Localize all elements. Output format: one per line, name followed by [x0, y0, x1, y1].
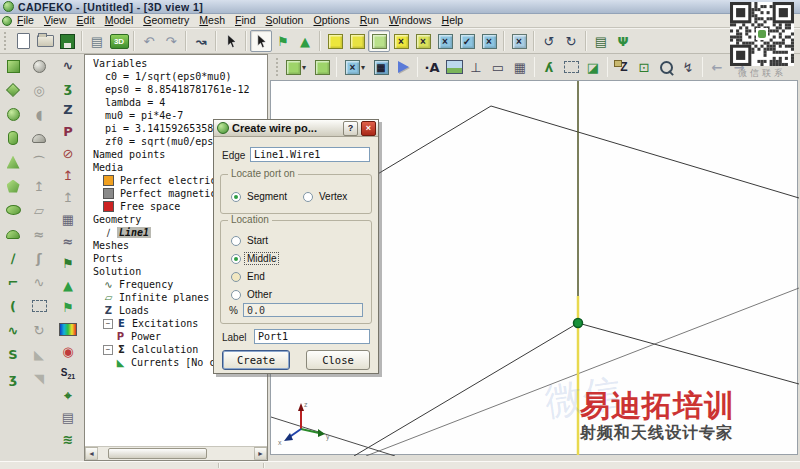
rotate-right-button[interactable]: ↻: [560, 30, 582, 52]
scroll-right-icon[interactable]: ►: [254, 447, 267, 460]
tree-item-eps0-8-85418781761e-12[interactable]: eps0 = 8.85418781761e-12: [85, 83, 267, 96]
create-flare-button[interactable]: [2, 79, 24, 101]
view-3d-button[interactable]: 3D: [108, 30, 130, 52]
menu-geometry[interactable]: Geometry: [138, 14, 194, 27]
menu-file[interactable]: File: [12, 14, 39, 27]
tree-horizontal-scrollbar[interactable]: ◄ ►: [85, 446, 267, 460]
open-model-button[interactable]: [34, 30, 56, 52]
project-tool-button[interactable]: [28, 295, 50, 317]
menu-view[interactable]: View: [39, 14, 72, 27]
sweep-tool-button[interactable]: ▱: [28, 199, 50, 221]
scroll-left-icon[interactable]: ◄: [85, 447, 98, 460]
title-bar[interactable]: CADFEKO - [Untitled] - [3D view 1]: [0, 0, 800, 14]
view-back-button[interactable]: ←: [706, 56, 728, 78]
loft-tool-button[interactable]: ≈: [28, 223, 50, 245]
rotate-left-button[interactable]: ↺: [538, 30, 560, 52]
port-tool-button[interactable]: ⚑: [57, 252, 79, 274]
delete-geometry-dropdown-icon[interactable]: ▾: [361, 63, 365, 72]
menu-model[interactable]: Model: [100, 14, 139, 27]
walk-mode-button[interactable]: ʎ: [538, 56, 560, 78]
new-model-button[interactable]: [12, 30, 34, 52]
raise-plane-button[interactable]: ↥: [57, 186, 79, 208]
lock-z-button[interactable]: Z: [611, 56, 633, 78]
radio-circle-segment[interactable]: [231, 192, 241, 202]
port-marker[interactable]: [574, 319, 583, 328]
raise-axis-button[interactable]: ↥: [57, 164, 79, 186]
menu-help[interactable]: Help: [437, 14, 469, 27]
edge-input[interactable]: Line1.Wire1: [250, 147, 370, 162]
scale-tool-button[interactable]: ◥: [28, 367, 50, 389]
menu-mesh[interactable]: Mesh: [194, 14, 230, 27]
create-cuboid-button[interactable]: [2, 55, 24, 77]
coil-tool-button[interactable]: ʒ: [57, 76, 79, 98]
tree-item-c0-1-sqrt-eps0-mu0[interactable]: c0 = 1/sqrt(eps0*mu0): [85, 70, 267, 83]
menu-windows[interactable]: Windows: [384, 14, 437, 27]
tree-expander-icon[interactable]: −: [103, 319, 113, 329]
create-polygon-button[interactable]: [2, 175, 24, 197]
add-power-button[interactable]: P: [57, 120, 79, 142]
create-helix-button[interactable]: ʒ: [2, 367, 24, 389]
feko-solver-button[interactable]: Ψ: [612, 30, 634, 52]
no-source-button[interactable]: ⊘: [57, 142, 79, 164]
help-button[interactable]: ?: [343, 121, 358, 136]
hook-tool-button[interactable]: ⌒: [28, 151, 50, 173]
redo-button[interactable]: ↷: [160, 30, 182, 52]
extrude-tool-button[interactable]: ↥: [28, 175, 50, 197]
radio-circle-vertex[interactable]: [303, 192, 313, 202]
create-cylinder-button[interactable]: [2, 127, 24, 149]
dialog-title-bar[interactable]: Create wire po... ? ×: [214, 120, 378, 137]
zoom-to-point-button[interactable]: [392, 56, 414, 78]
scrollbar-thumb[interactable]: [108, 448, 207, 459]
axes-toggle-button[interactable]: ⊥: [465, 56, 487, 78]
split-button[interactable]: ×: [390, 30, 412, 52]
colormap-tool-button[interactable]: [57, 318, 79, 340]
port-label-input[interactable]: Port1: [254, 329, 370, 344]
spin-copy-button[interactable]: ×: [508, 30, 530, 52]
rotate-copy-tool-button[interactable]: ↻: [28, 319, 50, 341]
radio-other[interactable]: Other: [231, 288, 274, 301]
create-ellipse-button[interactable]: [2, 199, 24, 221]
ring-tool-button[interactable]: ◎: [28, 79, 50, 101]
radio-end[interactable]: End: [231, 270, 267, 283]
create-polyline-button[interactable]: ⌐: [2, 271, 24, 293]
path-sweep-tool-button[interactable]: ∿: [28, 271, 50, 293]
radio-circle-end[interactable]: [231, 272, 241, 282]
create-sphere-button[interactable]: [2, 103, 24, 125]
spin-tool-button[interactable]: ʃ: [28, 247, 50, 269]
render-image-button[interactable]: [443, 56, 465, 78]
toolbar-grip[interactable]: [4, 32, 9, 50]
intersect-button[interactable]: [368, 30, 390, 52]
hemisphere-tool-button[interactable]: [28, 127, 50, 149]
simplify-button[interactable]: ✓: [456, 30, 478, 52]
select-mode-button[interactable]: [250, 30, 272, 52]
create-bezier-button[interactable]: S: [2, 343, 24, 365]
create-cone-button[interactable]: [2, 151, 24, 173]
lens-tool-button[interactable]: ◖: [28, 103, 50, 125]
subtract-button[interactable]: [346, 30, 368, 52]
toolbar-grip[interactable]: [276, 58, 278, 76]
imprint-button[interactable]: ×: [434, 30, 456, 52]
menu-run[interactable]: Run: [355, 14, 384, 27]
save-model-button[interactable]: [56, 30, 78, 52]
wave-settings-button[interactable]: ≈: [57, 230, 79, 252]
select-faces-button[interactable]: ⚑: [272, 30, 294, 52]
tree-expander-icon[interactable]: −: [103, 345, 113, 355]
tree-item-lambda-4[interactable]: lambda = 4: [85, 96, 267, 109]
grid-toggle-button[interactable]: ▦: [509, 56, 531, 78]
create-paraboloid-button[interactable]: [2, 223, 24, 245]
close-icon[interactable]: ×: [361, 121, 376, 136]
create-line-button[interactable]: ∕: [2, 247, 24, 269]
component-list-button[interactable]: ▤: [590, 30, 612, 52]
radio-middle[interactable]: Middle: [231, 252, 278, 265]
mirror-tool-button[interactable]: ◣: [28, 343, 50, 365]
select-edges-button[interactable]: ▲: [294, 30, 316, 52]
selection-box-button[interactable]: [560, 56, 582, 78]
radio-segment[interactable]: Segment: [231, 190, 289, 203]
menu-edit[interactable]: Edit: [72, 14, 100, 27]
report-button[interactable]: ▤: [86, 30, 108, 52]
copy-geometry-button[interactable]: [311, 56, 333, 78]
mesh-geometry-button[interactable]: ▦: [370, 56, 392, 78]
zoom-window-button[interactable]: [655, 56, 677, 78]
create-cube-button[interactable]: ▾: [281, 56, 311, 78]
menu-find[interactable]: Find: [230, 14, 260, 27]
